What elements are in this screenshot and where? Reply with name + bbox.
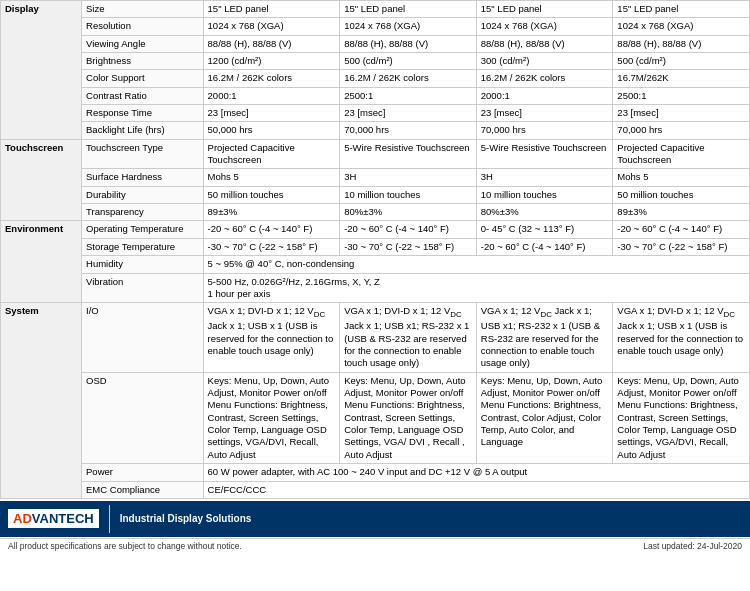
response-c1: 23 [msec] <box>203 105 340 122</box>
response-c2: 23 [msec] <box>340 105 477 122</box>
size-c2: 15" LED panel <box>340 1 477 18</box>
brightness-c4: 500 (cd/m²) <box>613 53 750 70</box>
resolution-label: Resolution <box>82 18 204 35</box>
io-c3: VGA x 1; 12 VDC Jack x 1; USB x1; RS-232… <box>476 303 613 373</box>
power-label: Power <box>82 464 204 481</box>
touch-type-label: Touchscreen Type <box>82 139 204 169</box>
brand-container: ADVANTECH <box>8 509 99 528</box>
touch-type-c4: Projected Capacitive Touchscreen <box>613 139 750 169</box>
osd-c4: Keys: Menu, Up, Down, Auto Adjust, Monit… <box>613 372 750 463</box>
viewing-c4: 88/88 (H), 88/88 (V) <box>613 35 750 52</box>
backlight-c1: 50,000 hrs <box>203 122 340 139</box>
store-temp-c4: -30 ~ 70° C (-22 ~ 158° F) <box>613 238 750 255</box>
env-humidity-row: Humidity 5 ~ 95% @ 40° C, non-condensing <box>1 256 750 273</box>
power-value: 60 W power adapter, with AC 100 ~ 240 V … <box>203 464 749 481</box>
humidity-label: Humidity <box>82 256 204 273</box>
backlight-c3: 70,000 hrs <box>476 122 613 139</box>
io-label: I/O <box>82 303 204 373</box>
transparency-c4: 89±3% <box>613 204 750 221</box>
resolution-c1: 1024 x 768 (XGA) <box>203 18 340 35</box>
touchscreen-category: Touchscreen <box>1 139 82 221</box>
contrast-c4: 2500:1 <box>613 87 750 104</box>
op-temp-c3: 0- 45° C (32 ~ 113° F) <box>476 221 613 238</box>
vibration-value: 5-500 Hz, 0.026G²/Hz, 2.16Grms, X, Y, Z1… <box>203 273 749 303</box>
brand-ad: AD <box>13 511 32 526</box>
size-c3: 15" LED panel <box>476 1 613 18</box>
durability-c4: 50 million touches <box>613 186 750 203</box>
viewing-c2: 88/88 (H), 88/88 (V) <box>340 35 477 52</box>
size-label: Size <box>82 1 204 18</box>
backlight-c2: 70,000 hrs <box>340 122 477 139</box>
system-io-row: System I/O VGA x 1; DVI-D x 1; 12 VDC Ja… <box>1 303 750 373</box>
display-category: Display <box>1 1 82 140</box>
contrast-c2: 2500:1 <box>340 87 477 104</box>
brand-vantech: VANTECH <box>32 511 94 526</box>
touch-type-row: Touchscreen Touchscreen Type Projected C… <box>1 139 750 169</box>
env-storetemp-row: Storage Temperature -30 ~ 70° C (-22 ~ 1… <box>1 238 750 255</box>
osd-label: OSD <box>82 372 204 463</box>
transparency-label: Transparency <box>82 204 204 221</box>
spec-table: Display Size 15" LED panel 15" LED panel… <box>0 0 750 499</box>
backlight-label: Backlight Life (hrs) <box>82 122 204 139</box>
io-c2: VGA x 1; DVI-D x 1; 12 VDC Jack x 1; USB… <box>340 303 477 373</box>
footer-tagline: Industrial Display Solutions <box>120 513 252 524</box>
response-label: Response Time <box>82 105 204 122</box>
backlight-c4: 70,000 hrs <box>613 122 750 139</box>
osd-c3: Keys: Menu, Up, Down, Auto Adjust, Monit… <box>476 372 613 463</box>
display-brightness-row: Brightness 1200 (cd/m²) 500 (cd/m²) 300 … <box>1 53 750 70</box>
viewing-label: Viewing Angle <box>82 35 204 52</box>
display-contrast-row: Contrast Ratio 2000:1 2500:1 2000:1 2500… <box>1 87 750 104</box>
hardness-c3: 3H <box>476 169 613 186</box>
contrast-c3: 2000:1 <box>476 87 613 104</box>
touch-type-c1: Projected Capacitive Touchscreen <box>203 139 340 169</box>
color-support-c1: 16.2M / 262K colors <box>203 70 340 87</box>
op-temp-c1: -20 ~ 60° C (-4 ~ 140° F) <box>203 221 340 238</box>
hardness-c1: Mohs 5 <box>203 169 340 186</box>
contrast-c1: 2000:1 <box>203 87 340 104</box>
viewing-c1: 88/88 (H), 88/88 (V) <box>203 35 340 52</box>
display-backlight-row: Backlight Life (hrs) 50,000 hrs 70,000 h… <box>1 122 750 139</box>
store-temp-c2: -30 ~ 70° C (-22 ~ 158° F) <box>340 238 477 255</box>
resolution-c2: 1024 x 768 (XGA) <box>340 18 477 35</box>
display-resolution-row: Resolution 1024 x 768 (XGA) 1024 x 768 (… <box>1 18 750 35</box>
env-vibration-row: Vibration 5-500 Hz, 0.026G²/Hz, 2.16Grms… <box>1 273 750 303</box>
brightness-label: Brightness <box>82 53 204 70</box>
env-optemp-row: Environment Operating Temperature -20 ~ … <box>1 221 750 238</box>
color-support-c3: 16.2M / 262K colors <box>476 70 613 87</box>
store-temp-c1: -30 ~ 70° C (-22 ~ 158° F) <box>203 238 340 255</box>
transparency-c1: 89±3% <box>203 204 340 221</box>
footer-bottom: All product specifications are subject t… <box>0 538 750 553</box>
footer-disclaimer: All product specifications are subject t… <box>8 541 242 551</box>
osd-c1: Keys: Menu, Up, Down, Auto Adjust, Monit… <box>203 372 340 463</box>
store-temp-c3: -20 ~ 60° C (-4 ~ 140° F) <box>476 238 613 255</box>
color-support-label: Color Support <box>82 70 204 87</box>
color-support-c4: 16.7M/262K <box>613 70 750 87</box>
display-color-row: Color Support 16.2M / 262K colors 16.2M … <box>1 70 750 87</box>
color-support-c2: 16.2M / 262K colors <box>340 70 477 87</box>
touch-type-c3: 5-Wire Resistive Touchscreen <box>476 139 613 169</box>
humidity-value: 5 ~ 95% @ 40° C, non-condensing <box>203 256 749 273</box>
transparency-c3: 80%±3% <box>476 204 613 221</box>
brightness-c3: 300 (cd/m²) <box>476 53 613 70</box>
brightness-c1: 1200 (cd/m²) <box>203 53 340 70</box>
system-osd-row: OSD Keys: Menu, Up, Down, Auto Adjust, M… <box>1 372 750 463</box>
brand-logo-box: ADVANTECH <box>8 509 99 528</box>
footer-updated: Last updated: 24-Jul-2020 <box>643 541 742 551</box>
emc-value: CE/FCC/CCC <box>203 481 749 498</box>
io-c1: VGA x 1; DVI-D x 1; 12 VDC Jack x 1; USB… <box>203 303 340 373</box>
viewing-c3: 88/88 (H), 88/88 (V) <box>476 35 613 52</box>
environment-category: Environment <box>1 221 82 303</box>
brightness-c2: 500 (cd/m²) <box>340 53 477 70</box>
footer-bar: ADVANTECH Industrial Display Solutions <box>0 501 750 537</box>
transparency-c2: 80%±3% <box>340 204 477 221</box>
footer-divider <box>109 505 110 533</box>
size-c1: 15" LED panel <box>203 1 340 18</box>
contrast-label: Contrast Ratio <box>82 87 204 104</box>
durability-label: Durability <box>82 186 204 203</box>
system-category: System <box>1 303 82 499</box>
resolution-c3: 1024 x 768 (XGA) <box>476 18 613 35</box>
system-emc-row: EMC Compliance CE/FCC/CCC <box>1 481 750 498</box>
system-power-row: Power 60 W power adapter, with AC 100 ~ … <box>1 464 750 481</box>
io-c4: VGA x 1; DVI-D x 1; 12 VDC Jack x 1; USB… <box>613 303 750 373</box>
op-temp-c2: -20 ~ 60° C (-4 ~ 140° F) <box>340 221 477 238</box>
